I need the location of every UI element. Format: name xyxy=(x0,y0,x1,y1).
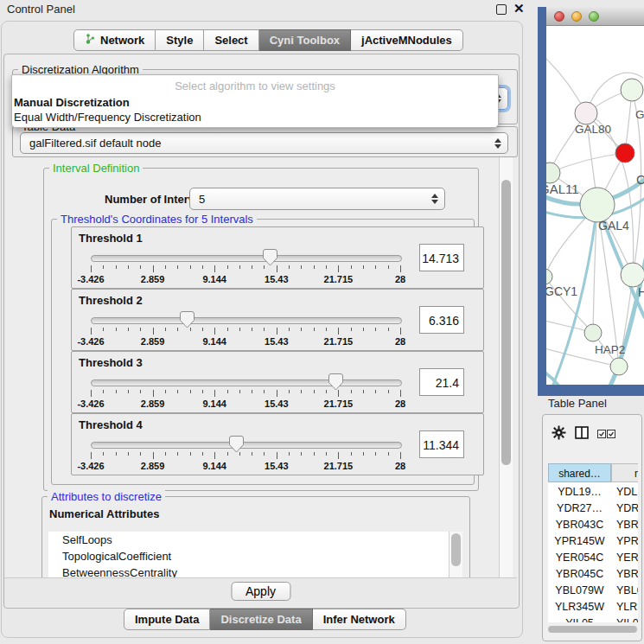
table-row[interactable]: YPR145WYPR1 xyxy=(548,533,638,550)
node-gcy1[interactable] xyxy=(546,269,552,284)
network-window-titlebar[interactable] xyxy=(546,7,644,26)
cell[interactable]: YPR1 xyxy=(616,533,638,550)
table-row[interactable]: YBL079WYBL0 xyxy=(548,583,638,599)
slider-track[interactable] xyxy=(91,442,402,449)
threshold-4-slider: -3.4262.8599.14415.4321.71528 xyxy=(91,440,400,469)
column-header-shared-name[interactable]: shared… xyxy=(548,463,611,482)
combobox-stepper-icon xyxy=(431,194,438,204)
cell[interactable]: YLR3 xyxy=(616,599,638,615)
slider-tick-labels: -3.4262.8599.14415.4321.71528 xyxy=(91,336,400,347)
combobox-stepper-icon xyxy=(494,138,501,149)
slider-thumb[interactable] xyxy=(263,249,277,266)
table-row[interactable]: YLR345WYLR3 xyxy=(548,599,638,615)
threshold-4-value-field[interactable]: 11.344 xyxy=(419,430,464,458)
node-gal11[interactable] xyxy=(546,163,560,183)
algorithm-option-manual[interactable]: Manual Discretization xyxy=(12,95,498,110)
tab-style[interactable]: Style xyxy=(156,29,204,51)
cell[interactable]: YER054C xyxy=(548,550,611,566)
control-panel-title: Control Panel xyxy=(7,3,75,16)
slider-tick-labels: -3.4262.8599.14415.4321.71528 xyxy=(91,399,400,409)
table-row[interactable]: YBR043CYBR0 xyxy=(548,517,638,533)
cell[interactable]: YBR045C xyxy=(548,566,611,583)
list-item[interactable]: TopologicalCoefficient xyxy=(48,548,462,564)
node-partial-top-right[interactable] xyxy=(621,79,643,101)
cell[interactable]: YDL19… xyxy=(548,484,611,501)
slider-track[interactable] xyxy=(91,317,402,324)
network-window-frame xyxy=(538,7,546,396)
node-gal4[interactable] xyxy=(580,188,615,222)
split-panel-icon[interactable] xyxy=(575,426,589,442)
table-row[interactable]: YDR27…YDR2 xyxy=(548,501,638,517)
apply-button[interactable]: Apply xyxy=(231,582,290,601)
scrollbar-thumb[interactable] xyxy=(451,533,461,566)
threshold-2-value-field[interactable]: 6.316 xyxy=(419,306,464,334)
threshold-4-label: Threshold 4 xyxy=(79,418,143,431)
tab-impute-data-label: Impute Data xyxy=(135,613,199,626)
tab-style-label: Style xyxy=(166,34,193,47)
list-item[interactable]: BetweennessCentrality xyxy=(48,564,462,577)
threshold-3-value-field[interactable]: 21.4 xyxy=(419,368,464,396)
tab-jactivemnodules[interactable]: jActiveMNodules xyxy=(351,29,463,51)
node-h[interactable] xyxy=(621,263,644,287)
tab-select-label: Select xyxy=(214,34,247,47)
table-data-group: Table Data galFiltered.sif default node xyxy=(12,126,518,157)
node-partial-bottom[interactable] xyxy=(610,358,628,375)
table-row[interactable]: YBR045CYBR0 xyxy=(548,566,638,583)
column-header-name[interactable]: n xyxy=(611,463,638,482)
cell[interactable]: YBL0 xyxy=(616,583,638,599)
cell[interactable]: YBR043C xyxy=(548,517,611,533)
slider-track[interactable] xyxy=(91,379,402,386)
network-canvas[interactable]: GAL80 G. C GAL11 GAL4 GCY1 H HAP2 xyxy=(546,26,644,385)
number-of-intervals-combobox[interactable]: 5 xyxy=(189,188,445,210)
zoom-traffic-light-icon[interactable] xyxy=(589,11,599,22)
threshold-2-slider: -3.4262.8599.14415.4321.71528 xyxy=(91,316,400,345)
close-traffic-light-icon[interactable] xyxy=(554,11,564,22)
float-window-icon[interactable] xyxy=(496,4,507,15)
cell[interactable]: YIL05 xyxy=(548,615,611,622)
interval-definition-group: Interval Definition Number of Intervals … xyxy=(43,168,479,491)
cell[interactable]: YBL079W xyxy=(548,583,611,599)
close-icon[interactable]: ✕ xyxy=(513,1,525,16)
table-data-combobox[interactable]: galFiltered.sif default node xyxy=(20,132,508,154)
cell[interactable]: YIL0 xyxy=(616,615,638,622)
node-hap2[interactable] xyxy=(584,324,602,341)
tab-jactivemnodules-label: jActiveMNodules xyxy=(361,34,452,47)
cell[interactable]: YBR0 xyxy=(616,566,638,583)
tab-infer-network-label: Infer Network xyxy=(323,613,395,626)
threshold-1-slider: -3.4262.8599.14415.4321.71528 xyxy=(91,253,400,283)
slider-thumb[interactable] xyxy=(328,373,343,391)
node-red-selected[interactable] xyxy=(615,143,634,163)
node-label: GAL11 xyxy=(546,182,579,196)
node-label: HAP2 xyxy=(595,343,625,356)
cell[interactable]: YER0 xyxy=(616,550,638,566)
cell[interactable]: YDL1 xyxy=(616,484,638,501)
tab-cyni-toolbox[interactable]: Cyni Toolbox xyxy=(259,29,351,51)
slider-track[interactable] xyxy=(91,255,402,262)
cell[interactable]: YDR27… xyxy=(548,501,611,517)
tab-impute-data[interactable]: Impute Data xyxy=(124,609,210,630)
network-view-window: GAL80 G. C GAL11 GAL4 GCY1 H HAP2 xyxy=(538,7,644,396)
cell[interactable]: YLR345W xyxy=(548,599,611,615)
table-row[interactable]: YDL19…YDL1 xyxy=(548,484,638,501)
minimize-traffic-light-icon[interactable] xyxy=(571,11,582,22)
tab-network[interactable]: Network xyxy=(73,29,156,51)
slider-thumb[interactable] xyxy=(229,436,244,453)
cell[interactable]: YDR2 xyxy=(616,501,638,517)
slider-thumb[interactable] xyxy=(180,311,194,328)
gear-icon[interactable] xyxy=(552,425,566,443)
algorithm-option-equal-width[interactable]: Equal Width/Frequency Discretization xyxy=(12,110,498,124)
cell[interactable]: YBR0 xyxy=(616,517,638,533)
checkbox-columns-icon[interactable] xyxy=(597,428,615,441)
list-item[interactable]: SelfLoops xyxy=(48,532,462,548)
node-gal80[interactable] xyxy=(575,102,597,124)
node-label: GAL80 xyxy=(575,123,611,136)
tab-infer-network[interactable]: Infer Network xyxy=(313,609,406,630)
threshold-1-value-field[interactable]: 14.713 xyxy=(419,244,464,271)
table-row[interactable]: YER054CYER0 xyxy=(548,550,638,566)
cell[interactable]: YPR145W xyxy=(548,533,611,550)
scrollbar-thumb[interactable] xyxy=(548,626,637,633)
scrollbar-thumb[interactable] xyxy=(501,180,511,465)
table-row[interactable]: YIL05YIL0 xyxy=(548,615,638,622)
tab-select[interactable]: Select xyxy=(204,29,258,51)
tab-discretize-data[interactable]: Discretize Data xyxy=(210,609,312,630)
